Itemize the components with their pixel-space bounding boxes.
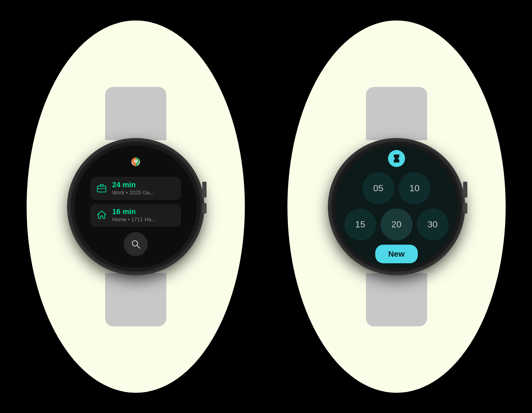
watch-screen-right: 05 10 15 20 30 New (335, 145, 458, 268)
watch-case-right: 05 10 15 20 30 New (330, 140, 463, 273)
home-time: 16 min (112, 208, 156, 215)
briefcase-icon (96, 182, 108, 195)
timer-row-1: 05 10 (362, 172, 431, 204)
work-time: 24 min (112, 181, 154, 189)
maps-app: 24 min Work • 2025 Ga... (75, 145, 197, 268)
timer-05-button[interactable]: 05 (362, 172, 394, 204)
band-top-right (366, 87, 427, 140)
svg-point-2 (134, 160, 137, 162)
watch-body-right: 05 10 15 20 30 New (330, 87, 463, 326)
timer-20-button[interactable]: 20 (381, 208, 413, 240)
timer-10-button[interactable]: 10 (399, 172, 431, 204)
timer-app: 05 10 15 20 30 New (335, 145, 458, 268)
timer-15-button[interactable]: 15 (344, 208, 376, 240)
band-bottom-left (105, 273, 166, 326)
nav-item-home[interactable]: 16 min Home • 1711 Ha... (90, 204, 181, 227)
hourglass-button[interactable] (388, 150, 405, 167)
scene: 24 min Work • 2025 Ga... (0, 0, 532, 413)
crown-upper-right (463, 182, 467, 198)
timer-row-2: 15 20 30 (344, 208, 449, 240)
work-nav-details: 24 min Work • 2025 Ga... (112, 181, 154, 196)
watch-body-left: 24 min Work • 2025 Ga... (69, 87, 202, 326)
home-desc: Home • 1711 Ha... (112, 216, 156, 223)
timer-new-button[interactable]: New (375, 245, 418, 263)
work-desc: Work • 2025 Ga... (112, 190, 154, 196)
home-icon (96, 209, 108, 222)
search-icon (130, 239, 141, 250)
band-bottom-right (366, 273, 427, 326)
timer-icon-row (388, 150, 405, 167)
band-top-left (105, 87, 166, 140)
crown-lower-left (202, 203, 207, 214)
timer-grid: 05 10 15 20 30 New (344, 172, 449, 263)
home-nav-details: 16 min Home • 1711 Ha... (112, 208, 156, 223)
watch-pod-left: 24 min Work • 2025 Ga... (5, 0, 266, 413)
crown-lower-right (463, 203, 467, 214)
nav-item-work[interactable]: 24 min Work • 2025 Ga... (90, 177, 181, 200)
watch-pod-right: 05 10 15 20 30 New (266, 0, 527, 413)
svg-line-6 (137, 245, 140, 248)
hourglass-icon (392, 154, 401, 163)
crown-upper-left (202, 182, 207, 198)
svg-rect-3 (97, 186, 106, 192)
timer-30-button[interactable]: 30 (417, 208, 449, 240)
watch-case-left: 24 min Work • 2025 Ga... (69, 140, 202, 273)
maps-logo (128, 153, 143, 173)
search-button[interactable] (124, 232, 148, 256)
watch-screen-left: 24 min Work • 2025 Ga... (75, 145, 197, 268)
